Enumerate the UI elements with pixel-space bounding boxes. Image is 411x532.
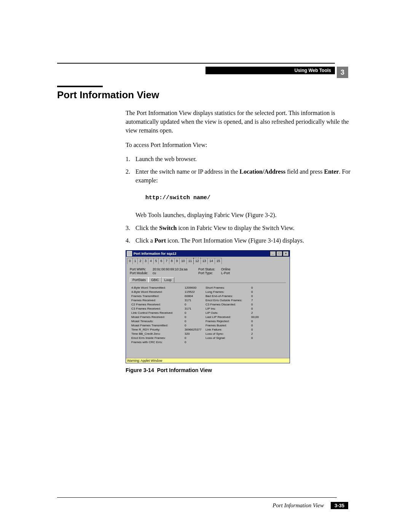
port-info-block: Port WWN: 20:0c:00:60:69:10:2a:aa Port S… xyxy=(126,264,290,276)
stat-value: 0 xyxy=(185,340,206,344)
stat-label: Link Failure: xyxy=(206,328,251,332)
tab-loop[interactable]: Loop xyxy=(162,277,174,283)
stat-label xyxy=(206,340,251,344)
value-port-type: L-Port xyxy=(221,271,244,275)
stats-tab-bar: PortStats GBIC Loop xyxy=(130,277,286,283)
minimize-button[interactable]: _ xyxy=(270,251,276,256)
stat-value: 2 xyxy=(251,311,266,315)
example-url: http://switch name/ xyxy=(145,194,358,202)
maximize-button[interactable]: □ xyxy=(276,251,282,256)
label-port-status: Port Status: xyxy=(198,267,221,271)
tab-gbic[interactable]: GBIC xyxy=(148,277,162,283)
stat-label: Mcast Frames Received: xyxy=(131,315,185,319)
window-title: Port Information for sqa12 xyxy=(134,251,177,257)
port-tab-7[interactable]: 7 xyxy=(164,258,169,264)
step-3: Click the Switch icon in Fabric View to … xyxy=(135,224,295,232)
stat-label: Frames Busied: xyxy=(206,324,251,328)
close-button[interactable]: × xyxy=(283,251,289,256)
stat-value: 00,00 xyxy=(251,315,266,319)
stat-label: Mcast Frames Transmitted: xyxy=(131,324,185,328)
port-tab-2[interactable]: 2 xyxy=(137,258,143,264)
port-info-window: Port Information for sqa12 _ □ × 0123456… xyxy=(126,250,290,363)
stat-label: Loss of Signal: xyxy=(206,336,251,340)
stat-value: 0 xyxy=(251,290,266,294)
stat-label: Last LIP Received: xyxy=(206,315,251,319)
stat-label: LIP Outs: xyxy=(206,311,251,315)
label-port-type: Port Type: xyxy=(198,271,221,275)
page: Using Web Tools 3 Port Information View … xyxy=(0,0,411,532)
stat-value: 0 xyxy=(251,294,266,298)
port-tab-13[interactable]: 13 xyxy=(201,258,208,264)
stat-label: Frames Transmitted: xyxy=(131,294,185,298)
section-title: Port Information View xyxy=(57,89,373,101)
port-tab-1[interactable]: 1 xyxy=(132,258,138,264)
stat-value: 0 xyxy=(251,286,266,290)
stat-value: 3171 xyxy=(185,299,206,302)
port-tab-10[interactable]: 10 xyxy=(179,258,186,264)
page-number: 3-35 xyxy=(331,502,348,509)
stat-value: 0 xyxy=(185,336,206,340)
stat-value: 0 xyxy=(251,328,266,332)
stat-label: C3 Frames Received: xyxy=(131,307,185,311)
port-stats-panel: 4-Byte Word Transmitted:1209600Short Fra… xyxy=(130,283,286,356)
port-tab-bar: 0123456789101112131415 xyxy=(126,257,290,264)
stat-label: Loss of Sync: xyxy=(206,332,251,336)
stat-value xyxy=(251,340,266,344)
stat-value: 2 xyxy=(251,332,266,336)
stat-value: 1209600 xyxy=(185,286,206,290)
port-tab-15[interactable]: 15 xyxy=(215,258,222,264)
stat-label: Frames Received: xyxy=(131,299,185,302)
stat-label: LIP Ins: xyxy=(206,307,251,311)
figure-caption: Figure 3-14 Port Information View xyxy=(126,367,373,373)
port-tab-12[interactable]: 12 xyxy=(193,258,201,264)
applet-warning: Warning: Applet Window xyxy=(126,358,290,363)
stat-label: 4-Byte Word Transmitted: xyxy=(131,286,185,290)
stat-label: Frames Rejected: xyxy=(206,320,251,323)
stat-label: Frames with CRC Errs: xyxy=(131,340,185,344)
label-port-wwn: Port WWN: xyxy=(130,267,153,271)
label-port-module: Port Module: xyxy=(130,271,153,275)
stat-value: 115522 xyxy=(185,290,206,294)
port-tab-9[interactable]: 9 xyxy=(174,258,180,264)
stat-value: 3696625377 xyxy=(185,328,206,332)
instruction-list: 1.Launch the web browser. 2. Enter the s… xyxy=(126,155,358,245)
tab-portstats[interactable]: PortStats xyxy=(130,277,148,283)
stat-value: 320 xyxy=(185,332,206,336)
stat-label: Mcast Timeouts: xyxy=(131,320,185,323)
port-tab-11[interactable]: 11 xyxy=(186,258,194,264)
port-tab-4[interactable]: 4 xyxy=(148,258,154,264)
stat-value: 0 xyxy=(251,303,266,307)
stat-value: 0 xyxy=(251,324,266,328)
stat-label: Time BB_Credit Zero: xyxy=(131,332,185,336)
step-2: Enter the switch name or IP address in t… xyxy=(135,167,358,220)
stat-label: C3 Frames Discarded: xyxy=(206,303,251,307)
page-footer: Port Information View 3-35 xyxy=(272,502,348,509)
top-rule xyxy=(57,63,335,64)
value-port-module: cu xyxy=(153,271,198,275)
stat-value: 0 xyxy=(185,324,206,328)
stat-value: 3171 xyxy=(185,307,206,311)
stat-label: Encd Errs Inside Frames: xyxy=(131,336,185,340)
stat-value: 0 xyxy=(251,320,266,323)
stat-value: 0 xyxy=(251,307,266,311)
step-2-result: Web Tools launches, displaying Fabric Vi… xyxy=(135,212,277,218)
stat-label: Encd Errs Outside Frames: xyxy=(206,299,251,302)
port-tab-14[interactable]: 14 xyxy=(207,258,215,264)
port-tab-0[interactable]: 0 xyxy=(127,258,133,264)
stat-label: Link Control Frames Received: xyxy=(131,311,185,315)
value-port-wwn: 20:0c:00:60:69:10:2a:aa xyxy=(153,267,198,271)
footer-rule xyxy=(57,497,337,498)
window-titlebar[interactable]: Port Information for sqa12 _ □ × xyxy=(126,251,290,257)
step-4: Click a Port icon. The Port Information … xyxy=(135,236,304,245)
stat-value: 0 xyxy=(251,336,266,340)
access-lead: To access Port Information View: xyxy=(126,141,358,149)
port-tab-5[interactable]: 5 xyxy=(153,258,159,264)
value-port-status: Online xyxy=(221,267,244,271)
port-tab-3[interactable]: 3 xyxy=(143,258,148,264)
app-icon xyxy=(127,251,132,256)
port-tab-8[interactable]: 8 xyxy=(169,258,175,264)
chapter-badge: 3 xyxy=(337,67,348,78)
stat-label: Bad End-of-Frames: xyxy=(206,294,251,298)
port-tab-6[interactable]: 6 xyxy=(158,258,164,264)
stat-label: Short Frames: xyxy=(206,286,251,290)
